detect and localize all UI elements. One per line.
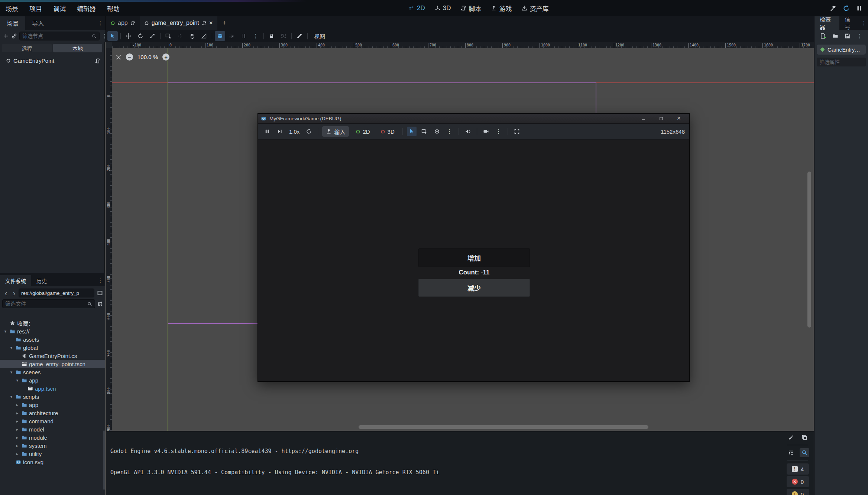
- file-tree-item[interactable]: architecture: [0, 409, 105, 417]
- 2d-viewport[interactable]: -100010020030040050060070080090010001100…: [106, 42, 814, 431]
- expand-arrow[interactable]: [15, 435, 20, 440]
- snap-options-button[interactable]: [227, 31, 237, 41]
- attached-script-icon[interactable]: [95, 58, 101, 64]
- audio-mute-button[interactable]: [463, 127, 473, 136]
- game-select-tool[interactable]: [407, 127, 417, 136]
- rotate-tool-button[interactable]: [135, 31, 146, 41]
- embed-fullscreen-button[interactable]: [512, 127, 522, 136]
- path-field[interactable]: [19, 289, 94, 297]
- next-frame-button[interactable]: [275, 127, 285, 136]
- file-tree-item[interactable]: module: [0, 433, 105, 442]
- move-tool-button[interactable]: [123, 31, 134, 41]
- file-tree-item[interactable]: system: [0, 442, 105, 450]
- camera-button[interactable]: [481, 127, 491, 136]
- expand-arrow[interactable]: [9, 394, 14, 399]
- tab-signals[interactable]: 信号: [839, 16, 859, 30]
- file-tree-item[interactable]: model: [0, 425, 105, 433]
- favorites-row[interactable]: 收藏：: [0, 319, 105, 327]
- file-tree-item[interactable]: scripts: [0, 393, 105, 401]
- expand-arrow[interactable]: [15, 419, 20, 424]
- tab-history[interactable]: 历史: [31, 275, 52, 286]
- switcher-game[interactable]: 游戏: [491, 4, 512, 13]
- camera-options-icon[interactable]: [494, 127, 503, 136]
- increase-button[interactable]: 增加: [418, 248, 530, 267]
- file-tree-item[interactable]: assets: [0, 335, 105, 343]
- expand-arrow[interactable]: [15, 411, 20, 416]
- pick-3d-button[interactable]: 3D: [377, 126, 398, 137]
- build-hammer-icon[interactable]: [830, 5, 837, 12]
- skeleton-button[interactable]: [294, 31, 305, 41]
- pivot-tool-button[interactable]: [175, 31, 185, 41]
- load-resource-button[interactable]: [830, 31, 840, 41]
- add-node-button[interactable]: [3, 31, 9, 41]
- pan-tool-button[interactable]: [187, 31, 197, 41]
- list-select-button[interactable]: [163, 31, 174, 41]
- file-tree-item[interactable]: global: [0, 343, 105, 352]
- switcher-assetlib[interactable]: 资产库: [521, 4, 548, 13]
- local-button[interactable]: 本地: [53, 44, 103, 52]
- pick-2d-button[interactable]: 2D: [352, 126, 373, 137]
- game-list-select-tool[interactable]: [420, 127, 429, 136]
- file-tree-item[interactable]: app: [0, 401, 105, 409]
- switcher-script[interactable]: 脚本: [460, 4, 481, 13]
- expand-arrow[interactable]: [15, 378, 20, 383]
- tab-import-dock[interactable]: 导入: [25, 16, 51, 30]
- inspector-dock-options-icon[interactable]: [859, 16, 868, 30]
- decrease-button[interactable]: 减少: [418, 279, 530, 297]
- expand-arrow[interactable]: [9, 370, 14, 375]
- new-scene-tab-button[interactable]: [220, 19, 229, 27]
- tab-inspector[interactable]: 检查器: [814, 16, 839, 30]
- resource-options-icon[interactable]: [855, 31, 864, 41]
- file-tree-item[interactable]: command: [0, 417, 105, 425]
- file-tree-item[interactable]: app.tscn: [0, 384, 105, 393]
- node-filter-input[interactable]: [22, 33, 90, 39]
- close-tab-icon[interactable]: [209, 19, 213, 27]
- menu-debug[interactable]: 调试: [48, 0, 71, 16]
- expand-arrow[interactable]: [9, 345, 14, 350]
- expand-arrow[interactable]: [15, 452, 20, 456]
- grey-warning-filter-button[interactable]: ! 4: [787, 463, 809, 475]
- grid-snap-button[interactable]: [239, 31, 249, 41]
- game-window-titlebar[interactable]: MyGFrameworkGame (DEBUG): [258, 114, 689, 124]
- scene-tab-app[interactable]: app: [106, 16, 140, 30]
- select-tool-button[interactable]: [107, 31, 118, 41]
- split-view-icon[interactable]: [97, 290, 103, 296]
- scene-tree-root-node[interactable]: GameEntryPoint: [0, 54, 104, 64]
- collapse-duplicates-button[interactable]: [786, 448, 796, 457]
- file-tree-item[interactable]: GameEntryPoint.cs: [0, 352, 105, 360]
- file-tree-item[interactable]: app: [0, 376, 105, 384]
- file-tree-item[interactable]: res://: [0, 327, 105, 335]
- switcher-3d[interactable]: 3D: [435, 4, 451, 12]
- expand-arrow[interactable]: [3, 329, 8, 334]
- snap-menu-icon[interactable]: [250, 31, 261, 41]
- search-output-button[interactable]: [800, 448, 809, 457]
- scene-tab-game-entry-point[interactable]: game_entry_point: [140, 16, 217, 30]
- nav-forward-icon[interactable]: [10, 289, 18, 297]
- zoom-percent[interactable]: 100.0 %: [137, 54, 158, 60]
- view-menu-button[interactable]: 视图: [310, 32, 329, 41]
- clear-output-button[interactable]: [786, 433, 796, 442]
- property-filter-input[interactable]: [820, 59, 863, 65]
- input-toggle-button[interactable]: 输入: [322, 126, 349, 137]
- menu-scene[interactable]: 场景: [0, 0, 24, 16]
- tab-filesystem[interactable]: 文件系统: [0, 275, 31, 286]
- expand-arrow[interactable]: [15, 427, 20, 432]
- warning-filter-button[interactable]: ! 0: [787, 489, 809, 495]
- instance-scene-button[interactable]: [11, 31, 17, 41]
- reload-icon[interactable]: [843, 5, 850, 12]
- file-filter-input[interactable]: [5, 301, 85, 307]
- vertical-scrollbar[interactable]: [807, 172, 811, 328]
- switcher-2d[interactable]: 2D: [409, 4, 425, 12]
- game-options-icon[interactable]: [445, 127, 454, 136]
- ruler-tool-button[interactable]: [199, 31, 209, 41]
- tab-scene-dock[interactable]: 场景: [0, 16, 25, 30]
- sort-files-icon[interactable]: [97, 301, 103, 307]
- group-button[interactable]: [278, 31, 289, 41]
- zoom-out-button[interactable]: −: [126, 53, 133, 61]
- file-tree-item-selected[interactable]: game_entry_point.tscn: [0, 360, 105, 368]
- remote-button[interactable]: 远程: [2, 44, 52, 52]
- restart-button[interactable]: [304, 127, 314, 136]
- save-resource-button[interactable]: [843, 31, 852, 41]
- file-tree-item[interactable]: utility: [0, 450, 105, 458]
- nav-back-icon[interactable]: [2, 289, 10, 297]
